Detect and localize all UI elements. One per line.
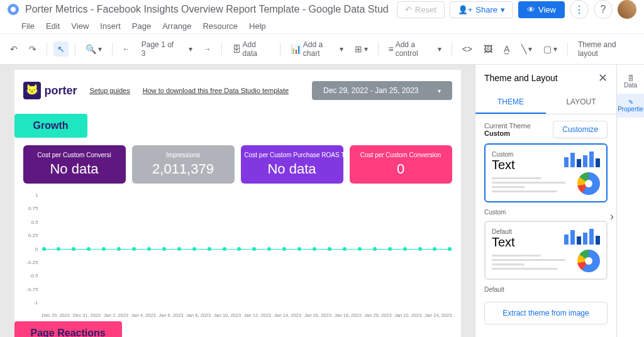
report-page: porter Setup guides How to download this… (14, 70, 461, 337)
menu-resource[interactable]: Resource (203, 21, 238, 31)
theme-panel: Theme and Layout ✕ THEME LAYOUT Current … (475, 65, 616, 337)
theme-layout-button[interactable]: Theme and layout (574, 38, 638, 60)
prev-page[interactable]: ← (119, 42, 134, 56)
line-button[interactable]: ╲▾ (518, 41, 536, 57)
embed-icon: <> (462, 44, 472, 54)
reset-label: Reset (415, 5, 436, 14)
rail-properties[interactable]: ✎Propertie (617, 94, 644, 118)
database-icon: 🗄 (232, 44, 241, 54)
chart-icon: 📊 (291, 44, 301, 54)
porter-logo: porter (23, 82, 77, 99)
undo-button[interactable]: ↶ (6, 41, 21, 57)
reset-button[interactable]: ↶ Reset (397, 1, 445, 18)
extract-theme-button[interactable]: Extract theme from image (484, 302, 608, 324)
y-axis: 10.750.50.250-0.25-0.5-0.75-1 (26, 192, 38, 306)
close-panel-button[interactable]: ✕ (598, 71, 608, 85)
embed-button[interactable]: <> (458, 41, 476, 57)
scorecard-3[interactable]: Cost per Custom Purchase ROAS Total Mana… (241, 145, 343, 184)
toolbar: ↶ ↷ ↖ 🔍▾ ← Page 1 of 3 ▾ → 🗄Add data 📊Ad… (0, 34, 644, 65)
theme-card-custom[interactable]: Custom Text (484, 143, 608, 202)
tab-theme[interactable]: THEME (475, 91, 546, 114)
more-button[interactable]: ⋮ (570, 0, 589, 19)
next-page[interactable]: → (200, 42, 215, 56)
menu-arrange[interactable]: Arrange (162, 21, 191, 31)
menu-help[interactable]: Help (249, 21, 266, 31)
view-label: View (538, 5, 556, 14)
menu-insert[interactable]: Insert (100, 21, 121, 31)
zoom-icon: 🔍 (86, 44, 96, 54)
x-axis: Dec 29, 2022Dec 31, 2022Jan 2, 2023Jan 4… (42, 312, 452, 318)
scorecard-1[interactable]: Cost per Custom ConversiNo data (23, 145, 126, 184)
database-icon: 🗄 (617, 75, 644, 82)
avatar[interactable] (618, 0, 636, 19)
share-label: Share (475, 5, 497, 14)
scorecard-2[interactable]: Impressions2,011,379 (132, 145, 235, 184)
add-control-button[interactable]: ≡Add a control ▾ (384, 38, 445, 60)
menu-file[interactable]: File (21, 21, 35, 31)
add-chart-button[interactable]: 📊Add a chart ▾ (287, 38, 347, 60)
pointer-tool[interactable]: ↖ (53, 41, 69, 57)
date-range-picker[interactable]: Dec 29, 2022 - Jan 25, 2023 (312, 81, 452, 100)
image-button[interactable]: 🖼 (480, 41, 496, 57)
text-button[interactable]: A̲ (500, 41, 514, 57)
add-data-button[interactable]: 🗄Add data (228, 38, 274, 60)
panel-title: Theme and Layout (484, 73, 558, 83)
share-icon: 👤+ (458, 5, 473, 14)
section-reactions: Page Reactions (14, 321, 122, 337)
document-title: Porter Metrics - Facebook Insights Overv… (25, 4, 397, 15)
text-icon: A̲ (504, 44, 510, 54)
rail-data[interactable]: 🗄Data (617, 70, 644, 94)
property-rail: 🗄Data ✎Propertie (616, 65, 644, 337)
menu-view[interactable]: View (71, 21, 89, 31)
share-button[interactable]: 👤+ Share ▾ (450, 1, 513, 18)
pointer-icon: ↖ (57, 44, 65, 54)
theme-card-default[interactable]: Default Text (484, 221, 608, 280)
customize-button[interactable]: Customize (553, 121, 608, 138)
setup-guides-link[interactable]: Setup guides (90, 87, 130, 94)
chevron-right-icon[interactable]: › (610, 210, 614, 223)
image-icon: 🖼 (484, 44, 492, 54)
undo-icon: ↶ (10, 44, 18, 54)
card-default-label: Default (484, 286, 608, 293)
slider-icon: ≡ (388, 44, 393, 54)
time-series-chart[interactable]: 10.750.50.250-0.25-0.5-0.75-1 Dec 29, 20… (30, 192, 452, 318)
shape-button[interactable]: ▢▾ (540, 41, 561, 57)
zoom-tool[interactable]: 🔍▾ (82, 41, 106, 57)
menu-page[interactable]: Page (132, 21, 151, 31)
datastudio-logo[interactable] (8, 4, 19, 15)
section-growth: Growth (14, 114, 87, 138)
data-points (42, 247, 452, 251)
menu-edit[interactable]: Edit (46, 21, 60, 31)
card-custom-label: Custom (484, 209, 608, 216)
redo-icon: ↷ (29, 44, 36, 54)
grid-icon: ⊞ (355, 44, 362, 54)
menubar: File Edit View Insert Page Arrange Resou… (0, 19, 644, 34)
view-button[interactable]: 👁 View (518, 1, 565, 18)
shape-icon: ▢ (543, 44, 552, 54)
page-indicator[interactable]: Page 1 of 3 (138, 38, 181, 60)
how-to-link[interactable]: How to download this free Data Studio te… (143, 87, 289, 94)
porter-icon (23, 82, 41, 99)
redo-button[interactable]: ↷ (25, 41, 40, 57)
tab-layout[interactable]: LAYOUT (546, 91, 616, 114)
page-dropdown[interactable]: ▾ (185, 42, 196, 56)
eye-icon: 👁 (527, 5, 535, 14)
current-theme-label: Current Theme (484, 122, 531, 130)
pencil-icon: ✎ (617, 99, 644, 106)
help-button[interactable]: ? (594, 0, 613, 19)
community-viz-button[interactable]: ⊞▾ (351, 41, 372, 57)
scorecard-4[interactable]: Cost per Custom Conversion0 (350, 145, 452, 184)
canvas-area[interactable]: porter Setup guides How to download this… (0, 65, 475, 337)
line-icon: ╲ (521, 44, 526, 54)
current-theme-value: Custom (484, 130, 531, 137)
